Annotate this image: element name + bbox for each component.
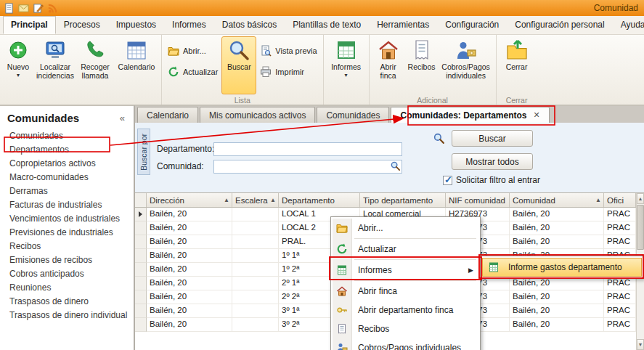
cell [232, 318, 279, 332]
scroll-down-icon[interactable] [637, 339, 644, 350]
preview-icon [260, 45, 272, 57]
collapse-sidebar-icon[interactable]: « [120, 113, 125, 123]
sidebar-item-previsiones-de-industriales[interactable]: Previsiones de industriales [0, 226, 134, 240]
report-icon [333, 264, 351, 276]
localizar-incidencias-button[interactable]: Localizar incidencias [34, 36, 76, 94]
imprimir-button[interactable]: Imprimir [260, 66, 317, 78]
row-indicator[interactable] [135, 235, 147, 249]
incidents-icon [44, 39, 66, 61]
receipt-icon [411, 39, 433, 61]
context-menu-item-informes[interactable]: Informes▶ [333, 261, 478, 280]
sidebar-item-facturas-de-industriales[interactable]: Facturas de industriales [0, 198, 134, 212]
menu-tab-procesos[interactable]: Procesos [56, 16, 108, 34]
menu-tab-informes[interactable]: Informes [164, 16, 214, 34]
filter-panel: Buscar por Departamento: Comunidad: Busc… [135, 123, 644, 193]
close-tab-icon[interactable]: ✕ [534, 110, 540, 120]
sidebar-item-comunidades[interactable]: Comunidades [0, 129, 134, 143]
comunidad-input[interactable] [213, 160, 402, 174]
context-menu-item-recibos[interactable]: Recibos [333, 320, 478, 338]
recibos-ribbon-button[interactable]: Recibos [405, 36, 439, 94]
app-window: Comunidad PrincipalProcesosImpuestosInfo… [0, 0, 644, 350]
row-indicator[interactable] [135, 277, 147, 290]
recoger-llamada-button[interactable]: Recoger llamada [76, 36, 114, 94]
lookup-search-icon[interactable] [390, 160, 401, 171]
informes-ribbon-button[interactable]: Informes [326, 36, 367, 94]
menu-tab-configuracion[interactable]: Configuración [437, 16, 507, 34]
sidebar-title: Comunidades [7, 112, 79, 124]
abrir-button[interactable]: Abrir... [168, 45, 218, 57]
row-indicator[interactable] [135, 318, 147, 332]
context-menu-item-cobros-pagos-individuales[interactable]: Cobros/Pagos individuales [333, 338, 478, 350]
menu-tab-principal[interactable]: Principal [3, 16, 56, 34]
scrollbar-thumb[interactable] [637, 205, 644, 250]
column-header-comunidad[interactable]: Comunidad▲ [510, 193, 604, 207]
scroll-up-icon[interactable] [637, 193, 644, 204]
buscar-ribbon-button[interactable]: Buscar [221, 36, 256, 94]
sidebar-item-emisiones-de-recibos[interactable]: Emisiones de recibos [0, 253, 134, 267]
doc-tab-mis-comunicados-activos[interactable]: Mis comunicados activos [200, 107, 315, 123]
sidebar-item-recibos[interactable]: Recibos [0, 240, 134, 253]
mostrar-todos-button[interactable]: Mostrar todos [452, 153, 533, 170]
context-menu-item-label: Abrir departamento finca [358, 305, 453, 315]
sidebar-item-cobros-anticipados[interactable]: Cobros anticipados [0, 267, 134, 281]
row-indicator[interactable] [135, 208, 147, 221]
context-menu-item-actualizar[interactable]: Actualizar [333, 240, 478, 259]
sidebar-item-traspasos-de-dinero-individual[interactable]: Traspasos de dinero individual [0, 309, 134, 322]
cell: Bailén, 20 [147, 277, 232, 290]
localizar-incidencias-label: Localizar incidencias [35, 63, 76, 80]
context-menu-item-abrir-finca[interactable]: Abrir finca [333, 282, 478, 301]
menu-tab-plantillas-de-texto[interactable]: Plantillas de texto [285, 16, 369, 34]
sidebar-item-reuniones[interactable]: Reuniones [0, 281, 134, 295]
vista-previa-button[interactable]: Vista previa [260, 45, 317, 57]
row-indicator[interactable] [135, 290, 147, 304]
mail-icon[interactable] [18, 3, 29, 14]
menu-tab-ayuda[interactable]: Ayuda [613, 16, 644, 34]
sidebar-item-copropietarios-activos[interactable]: Copropietarios activos [0, 157, 134, 171]
sidebar-item-derramas[interactable]: Derramas [0, 184, 134, 198]
context-menu-item-abrir-departamento-finca[interactable]: Abrir departamento finca [333, 301, 478, 320]
row-indicator[interactable] [135, 263, 147, 277]
column-header-ofici[interactable]: Ofici [604, 193, 636, 207]
column-header-departamento[interactable]: Departamento [279, 193, 360, 207]
menu-tab-datos-basicos[interactable]: Datos básicos [214, 16, 285, 34]
context-menu-item-abrir[interactable]: Abrir... [333, 219, 478, 237]
row-indicator[interactable] [135, 304, 147, 318]
menu-tab-impuestos[interactable]: Impuestos [108, 16, 164, 34]
folder-open-icon [168, 45, 179, 57]
column-header-tipo-departamento[interactable]: Tipo departamento [360, 193, 446, 207]
sidebar-item-departamentos[interactable]: Departamentos [0, 143, 134, 157]
row-indicator[interactable] [135, 221, 147, 235]
nuevo-button[interactable]: Nuevo [2, 36, 34, 94]
context-submenu: Informe gastos departamento [480, 256, 644, 279]
sidebar-item-traspasos-de-dinero[interactable]: Traspasos de dinero [0, 295, 134, 309]
menu-tab-herramientas[interactable]: Herramientas [369, 16, 437, 34]
abrir-finca-label: Abrir finca [372, 63, 404, 80]
dropdown-arrow-icon [17, 72, 20, 78]
cobros-pagos-button[interactable]: Cobros/Pagos individuales [439, 36, 494, 94]
cell: PRAC [604, 221, 636, 235]
calendario-button[interactable]: Calendario [114, 36, 159, 94]
actualizar-button[interactable]: Actualizar [168, 66, 218, 78]
document-icon[interactable] [4, 3, 15, 14]
filter-checkbox[interactable] [443, 176, 452, 185]
departamento-input[interactable] [213, 142, 402, 156]
column-header-direccion[interactable]: Dirección▲ [147, 193, 232, 207]
cerrar-button[interactable]: Cerrar [499, 36, 535, 94]
column-header-escalera[interactable]: Escalera▲ [232, 193, 279, 207]
abrir-finca-button[interactable]: Abrir finca [372, 36, 405, 94]
buscar-button[interactable]: Buscar [452, 130, 533, 147]
submenu-item-informe-gastos-departamento[interactable]: Informe gastos departamento [482, 258, 642, 277]
doc-tab-comunidades[interactable]: Comunidades [317, 107, 389, 123]
column-header-label: Escalera [235, 196, 268, 205]
doc-tab-calendario[interactable]: Calendario [137, 107, 198, 123]
row-indicator[interactable] [135, 249, 147, 263]
feed-icon[interactable] [47, 3, 58, 14]
column-header-nif-comunidad[interactable]: NIF comunidad [446, 193, 510, 207]
sidebar-item-vencimientos-de-industriales[interactable]: Vencimientos de industriales [0, 212, 134, 226]
cell [232, 221, 279, 235]
buscar-por-side-tab[interactable]: Buscar por [137, 129, 150, 175]
sidebar-item-macro-comunidades[interactable]: Macro-comunidades [0, 171, 134, 184]
write-icon[interactable] [33, 3, 44, 14]
doc-tab-comunidades-departamentos[interactable]: Comunidades: Departamentos✕ [391, 107, 549, 123]
menu-tab-configuracion-personal[interactable]: Configuración personal [507, 16, 612, 34]
